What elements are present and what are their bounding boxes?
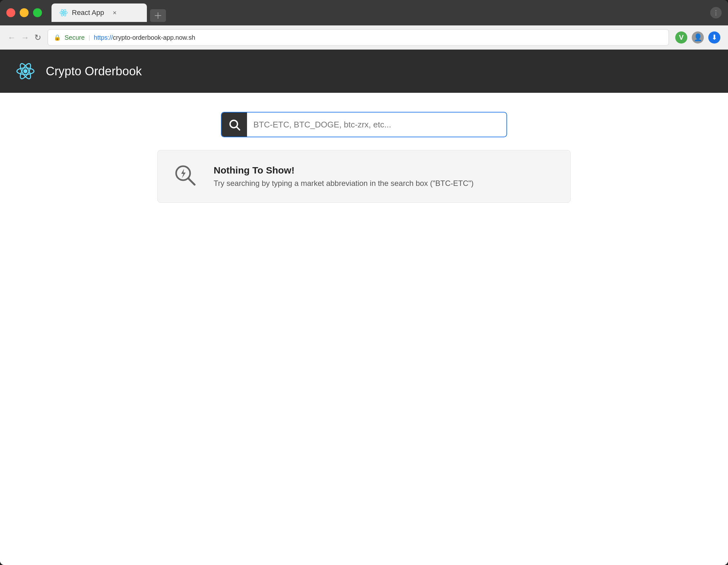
- back-button[interactable]: ←: [8, 33, 16, 43]
- react-logo-icon: [15, 61, 36, 81]
- empty-state-title: Nothing To Show!: [214, 165, 474, 176]
- nav-buttons: ← → ↻: [8, 33, 41, 43]
- address-field[interactable]: 🔒 Secure | https://crypto-orderbook-app.…: [48, 29, 669, 46]
- search-input[interactable]: [247, 113, 506, 137]
- extension-download-icon[interactable]: ⬇: [708, 31, 720, 44]
- extension-user-icon[interactable]: 👤: [692, 31, 704, 44]
- browser-window: React App ✕ ⋮ ← → ↻ 🔒 Secure |: [0, 0, 728, 565]
- close-button[interactable]: [6, 8, 15, 17]
- svg-line-11: [237, 127, 240, 130]
- search-icon: [228, 118, 241, 131]
- search-icon-button[interactable]: [222, 112, 247, 137]
- secure-icon: 🔒: [54, 34, 61, 41]
- empty-text: Nothing To Show! Try searching by typing…: [214, 165, 474, 188]
- secure-label: Secure: [65, 34, 85, 41]
- extension-icons: V 👤 ⬇: [675, 31, 720, 44]
- reload-button[interactable]: ↻: [34, 33, 41, 43]
- minimize-button[interactable]: [20, 8, 29, 17]
- no-results-icon: [173, 163, 198, 189]
- app-content: Crypto Orderbook: [0, 50, 728, 565]
- url-domain: crypto-orderbook-app.now.sh: [113, 34, 195, 41]
- traffic-lights: [6, 8, 42, 17]
- empty-state-icon: [173, 163, 198, 190]
- app-title: Crypto Orderbook: [46, 65, 142, 78]
- search-container: [221, 112, 507, 137]
- svg-point-6: [24, 69, 28, 73]
- app-header: Crypto Orderbook: [0, 50, 728, 93]
- svg-rect-5: [158, 12, 158, 19]
- title-bar: React App ✕ ⋮: [0, 0, 728, 25]
- browser-menu-icon[interactable]: ⋮: [710, 7, 722, 18]
- active-tab[interactable]: React App ✕: [52, 3, 147, 22]
- svg-line-13: [188, 178, 195, 185]
- maximize-button[interactable]: [33, 8, 42, 17]
- new-tab-button[interactable]: [150, 9, 166, 22]
- empty-state-subtitle: Try searching by typing a market abbrevi…: [214, 179, 474, 188]
- tab-bar: React App ✕: [52, 3, 710, 22]
- svg-point-0: [63, 12, 65, 14]
- forward-button[interactable]: →: [21, 33, 29, 43]
- url-text: https://crypto-orderbook-app.now.sh: [94, 34, 195, 41]
- browser-controls: ⋮: [710, 7, 722, 18]
- url-separator: |: [88, 34, 90, 41]
- extension-v-icon[interactable]: V: [675, 31, 687, 44]
- search-box: [221, 112, 507, 137]
- address-bar: ← → ↻ 🔒 Secure | https://crypto-orderboo…: [0, 25, 728, 50]
- url-protocol: https://: [94, 34, 113, 41]
- empty-state-card: Nothing To Show! Try searching by typing…: [157, 150, 571, 203]
- tab-close-button[interactable]: ✕: [111, 9, 118, 16]
- tab-favicon: [59, 8, 68, 17]
- tab-title: React App: [72, 9, 104, 17]
- main-content: Nothing To Show! Try searching by typing…: [0, 93, 728, 565]
